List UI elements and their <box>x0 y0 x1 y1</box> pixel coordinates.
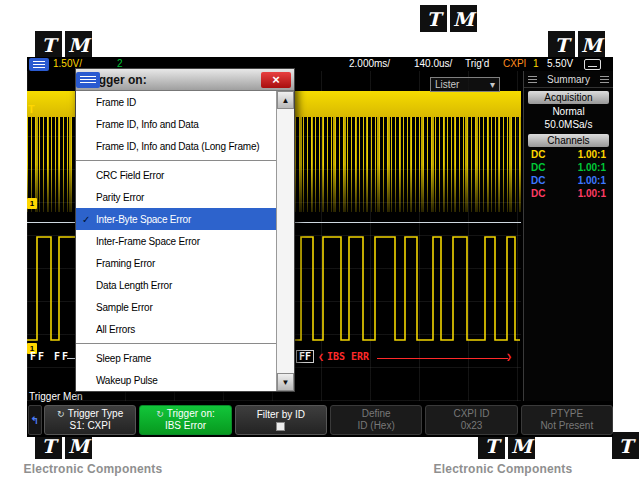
softkey-label: CXPI ID <box>453 408 489 420</box>
display-icon[interactable] <box>584 59 601 70</box>
decode-bytes-left: FF FF <box>30 351 70 362</box>
tme-logo: T M <box>420 5 477 32</box>
softkey-filter-by-id[interactable]: Filter by ID <box>235 405 327 435</box>
dropdown-item-label: Sample Error <box>96 302 153 313</box>
dropdown-item-label: Parity Error <box>96 192 144 203</box>
tme-logo: T M <box>548 31 605 58</box>
softkey-value: Not Present <box>540 420 593 432</box>
dropdown-item[interactable]: Frame ID, Info and Data <box>76 113 276 135</box>
dropdown-item[interactable]: Wakeup Pulse <box>76 369 276 391</box>
scrollbar-track[interactable] <box>277 109 294 373</box>
softkey-cxpi-id: CXPI ID0x23 <box>425 405 517 435</box>
softkey-label: Trigger Type <box>68 408 124 420</box>
active-menu-label: Trigger Men <box>29 391 83 402</box>
trigger-status: Trig'd <box>465 58 489 70</box>
checkmark-icon: ✓ <box>76 214 96 225</box>
dropdown-item[interactable]: Inter-Frame Space Error <box>76 230 276 252</box>
channel-probe-ratio: 1.00:1 <box>578 174 606 187</box>
softkey-trigger-on[interactable]: ↻Trigger on:IBS Error <box>139 405 231 435</box>
dropdown-item[interactable]: ✓Inter-Byte Space Error <box>76 208 276 230</box>
summary-sidebar: Summary Acquisition Normal 50.0MSa/s Cha… <box>523 71 613 401</box>
tme-logo-letter: T <box>420 5 447 32</box>
channel-row: DC1.00:1 <box>524 148 613 161</box>
acquisition-header: Acquisition <box>528 91 609 104</box>
tme-logo-letter: M <box>578 31 605 58</box>
softkey-value: IBS Error <box>165 420 206 432</box>
channel-row: DC1.00:1 <box>524 174 613 187</box>
channel-coupling: DC <box>531 174 545 187</box>
tme-brand-text: Electronic Components <box>18 462 168 476</box>
tme-logo: T M <box>35 31 92 58</box>
dropdown-item[interactable]: CRC Field Error <box>76 164 276 186</box>
scroll-down-icon[interactable]: ▼ <box>277 373 294 391</box>
lister-control[interactable]: Lister ▾ <box>430 77 500 92</box>
softkey-trigger-type[interactable]: ↻Trigger TypeS1: CXPI <box>44 405 136 435</box>
softkey-bar: ↻Trigger TypeS1: CXPI↻Trigger on:IBS Err… <box>44 405 613 435</box>
softkey-value: 0x23 <box>461 420 483 432</box>
dropdown-item-label: Frame ID, Info and Data (Long Frame) <box>96 141 259 152</box>
dropdown-item[interactable]: Data Length Error <box>76 274 276 296</box>
dropdown-item-label: Inter-Byte Space Error <box>96 214 191 225</box>
tme-logo-letter: T <box>548 31 575 58</box>
dropdown-item-label: All Errors <box>96 324 135 335</box>
zoom-timebase[interactable]: 140.0us/ <box>414 58 452 70</box>
dropdown-item[interactable]: Frame ID <box>76 91 276 113</box>
dropdown-title-bar: Trigger on: × <box>76 69 294 91</box>
dropdown-item[interactable]: Frame ID, Info and Data (Long Frame) <box>76 135 276 157</box>
dropdown-item[interactable]: Framing Error <box>76 252 276 274</box>
channel-row: DC1.00:1 <box>524 187 613 200</box>
dropdown-menu-icon[interactable] <box>76 72 100 88</box>
back-icon: ↰ <box>31 415 39 426</box>
dropdown-item[interactable]: Parity Error <box>76 186 276 208</box>
softkey-label: Trigger on: <box>167 408 215 420</box>
trigger-level: 5.50V <box>547 58 573 70</box>
dropdown-separator <box>76 340 276 347</box>
dropdown-item-label: Wakeup Pulse <box>96 375 158 386</box>
channel-probe-ratio: 1.00:1 <box>578 161 606 174</box>
channels-header: Channels <box>528 134 609 147</box>
screenshot-root: T M T M T M T M T M T M Electronic Compo… <box>0 0 640 480</box>
cycle-icon: ↻ <box>156 408 164 420</box>
dropdown-item[interactable]: All Errors <box>76 318 276 340</box>
softkey-label: Define <box>362 408 391 420</box>
timebase[interactable]: 2.000ms/ <box>349 58 390 70</box>
softkey-label: PTYPE <box>550 408 583 420</box>
trigger-bus-type: CXPI <box>503 58 526 70</box>
channel-coupling: DC <box>531 187 545 200</box>
decode-byte-mid: FF <box>296 350 314 363</box>
dropdown-list: Frame IDFrame ID, Info and DataFrame ID,… <box>76 91 276 391</box>
decode-error-close-bracket: ❯ <box>506 351 512 362</box>
tme-logo-letter: M <box>450 5 477 32</box>
dropdown-scrollbar[interactable]: ▲ ▼ <box>276 91 294 391</box>
dropdown-item-label: Framing Error <box>96 258 155 269</box>
main-menu-icon[interactable] <box>29 58 49 71</box>
dropdown-item[interactable]: Sample Error <box>76 296 276 318</box>
softkey-ptype: PTYPENot Present <box>521 405 613 435</box>
lister-label: Lister <box>435 79 459 90</box>
filter-checkbox[interactable] <box>276 422 285 431</box>
sidebar-dock-icon[interactable] <box>600 76 609 83</box>
dropdown-item-label: Frame ID <box>96 97 136 108</box>
dropdown-title: Trigger on: <box>76 73 261 87</box>
dropdown-item-label: CRC Field Error <box>96 170 164 181</box>
scroll-up-icon[interactable]: ▲ <box>277 91 294 109</box>
trigger-source: 1 <box>533 58 539 70</box>
decode-error-line <box>377 358 508 359</box>
tme-logo-letter: M <box>65 31 92 58</box>
softkey-define: DefineID (Hex) <box>330 405 422 435</box>
tme-logo-letter: T <box>35 31 62 58</box>
ch1-ground-marker[interactable]: 1 <box>27 198 37 209</box>
tme-logo-letter: T <box>612 432 639 459</box>
trigger-marker[interactable]: T <box>28 103 35 115</box>
trigger-on-dropdown: Trigger on: × Frame IDFrame ID, Info and… <box>75 68 295 392</box>
close-icon[interactable]: × <box>261 72 291 88</box>
dropdown-item[interactable]: Sleep Frame <box>76 347 276 369</box>
chevron-down-icon: ▾ <box>490 79 495 90</box>
dropdown-item-label: Inter-Frame Space Error <box>96 236 200 247</box>
channel-row: DC1.00:1 <box>524 161 613 174</box>
softkey-value: S1: CXPI <box>70 420 111 432</box>
sidebar-menu-icon[interactable] <box>528 76 537 83</box>
back-button[interactable]: ↰ <box>28 405 42 435</box>
cycle-icon: ↻ <box>57 408 65 420</box>
sample-rate: 50.0MSa/s <box>524 118 613 131</box>
